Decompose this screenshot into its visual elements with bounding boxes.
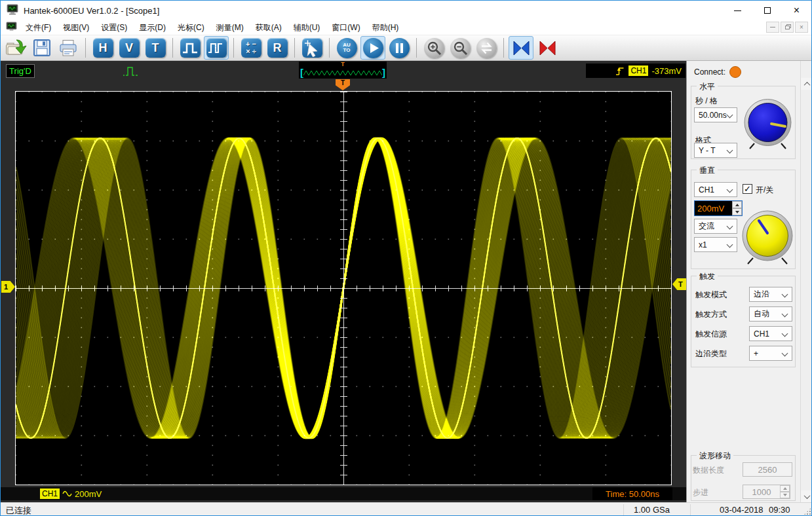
- channel-select[interactable]: CH1: [694, 182, 737, 197]
- step-spinbox[interactable]: 1000: [743, 485, 790, 499]
- single-pulse-button[interactable]: [178, 36, 203, 60]
- overlay-red-button[interactable]: [535, 36, 560, 60]
- preview-trigger-marker[interactable]: T: [341, 62, 345, 67]
- format-select[interactable]: Y - T: [694, 143, 737, 158]
- close-button[interactable]: ×: [782, 1, 811, 20]
- sec-per-div-select[interactable]: 50.00ns: [694, 107, 737, 122]
- trigger-source-select[interactable]: CH1: [749, 326, 792, 341]
- horizontal-panel-button[interactable]: H: [90, 36, 115, 60]
- trigger-panel-button[interactable]: T: [143, 36, 168, 60]
- pulse-icon: [181, 39, 199, 57]
- open-button[interactable]: [3, 36, 28, 60]
- channel1-badge: CH1: [40, 488, 60, 499]
- trigger-sweep-label: 触发方式: [695, 309, 727, 320]
- trigger-level-marker[interactable]: T: [672, 278, 686, 290]
- menu-display[interactable]: 显示(D): [133, 20, 172, 35]
- reference-button[interactable]: R: [265, 36, 290, 60]
- acquire-pulse-icon: [123, 64, 142, 81]
- chevron-down-icon: [782, 331, 788, 337]
- menu-measure[interactable]: 测量(M): [210, 20, 250, 35]
- trigger-mode-select[interactable]: 边沿: [749, 287, 792, 302]
- channel1-level-marker[interactable]: 1: [1, 281, 15, 293]
- toolbar-separator: [172, 38, 173, 58]
- preview-right-bracket[interactable]: ]: [382, 68, 385, 77]
- swap-button[interactable]: [474, 36, 499, 60]
- menu-view[interactable]: 视图(V): [57, 20, 95, 35]
- resize-grip[interactable]: [803, 507, 811, 515]
- blue-bowtie-icon: [511, 39, 532, 57]
- red-bowtie-icon: [537, 39, 558, 57]
- mdi-minimize-button[interactable]: [766, 22, 779, 33]
- data-length-label: 数据长度: [693, 465, 724, 476]
- minimize-button[interactable]: [723, 1, 752, 20]
- overlay-blue-button[interactable]: [509, 36, 533, 60]
- scope-info-bar: Trig'D T [ ] CH1 -373mV: [1, 61, 686, 81]
- zoom-in-button[interactable]: [421, 36, 446, 60]
- horizontal-knob[interactable]: [741, 97, 795, 153]
- t-label: T: [152, 41, 159, 55]
- maximize-button[interactable]: [752, 1, 782, 20]
- pause-icon: [389, 38, 410, 58]
- menu-window[interactable]: 窗口(W): [326, 20, 366, 35]
- probe-select[interactable]: x1: [694, 237, 737, 252]
- up-arrow-icon: [735, 204, 739, 206]
- chevron-up-icon: [803, 81, 810, 88]
- volts-per-div-value: 200mV: [75, 489, 102, 499]
- mdi-close-button[interactable]: ×: [795, 22, 808, 33]
- waveform-preview[interactable]: T [ ]: [299, 62, 387, 79]
- vertical-knob[interactable]: [739, 208, 796, 268]
- statusbar-separator: [690, 504, 691, 515]
- scroll-down-button[interactable]: [801, 490, 812, 502]
- math-button[interactable]: + −× ÷: [239, 36, 263, 60]
- math-mul-div: × ÷: [246, 48, 256, 55]
- vertical-panel-button[interactable]: V: [117, 36, 142, 60]
- maximize-icon: [764, 7, 771, 14]
- step-up-button[interactable]: [780, 485, 790, 492]
- channel-on-off-checkbox[interactable]: ✓: [743, 184, 752, 194]
- trigger-group: 触发 触发模式 边沿 触发方式 自动 触发信源 CH1 边沿类型 +: [691, 276, 796, 367]
- menu-file[interactable]: 文件(F): [20, 20, 57, 35]
- menu-settings[interactable]: 设置(S): [95, 20, 133, 35]
- connect-label: Connect:: [694, 67, 725, 77]
- menu-utility[interactable]: 辅助(U): [288, 20, 326, 35]
- cursor-tool-button[interactable]: [300, 36, 324, 60]
- run-button[interactable]: [360, 36, 385, 60]
- connect-status-icon: [729, 66, 741, 78]
- v-label: V: [125, 41, 133, 55]
- save-button[interactable]: [29, 36, 54, 60]
- trigger-sweep-select[interactable]: 自动: [749, 306, 792, 322]
- chevron-down-icon: [727, 147, 733, 154]
- scope-display[interactable]: [15, 91, 672, 485]
- menu-help[interactable]: 帮助(H): [366, 20, 405, 35]
- data-length-input[interactable]: 2560: [743, 462, 792, 477]
- on-off-label: 开/关: [756, 185, 773, 196]
- panel-scrollbar[interactable]: [800, 61, 812, 502]
- waveform-canvas[interactable]: [16, 92, 671, 485]
- print-button[interactable]: [56, 36, 81, 60]
- close-icon: ×: [794, 5, 800, 16]
- statusbar-separator: [623, 504, 624, 515]
- ac-coupling-icon: [62, 490, 72, 497]
- pulse-train-button[interactable]: [204, 36, 229, 60]
- step-down-button[interactable]: [780, 492, 790, 498]
- menu-acquire[interactable]: 获取(A): [250, 20, 288, 35]
- coupling-select[interactable]: 交流: [694, 219, 737, 234]
- checkmark-icon: ✓: [744, 184, 751, 194]
- scroll-up-button[interactable]: [801, 78, 812, 90]
- zoom-out-button[interactable]: [448, 36, 473, 60]
- trigger-position-marker[interactable]: T: [336, 79, 350, 90]
- pause-button[interactable]: [387, 36, 412, 60]
- r-label: R: [273, 41, 282, 55]
- toolbar-separator: [416, 38, 417, 58]
- toolbar: H V T + −× ÷ R AUTO: [1, 35, 811, 61]
- volts-per-div-spinbox[interactable]: 200mV: [694, 200, 743, 216]
- sec-per-div-label: 秒 / 格: [695, 96, 718, 107]
- chevron-down-icon: [803, 492, 810, 499]
- mdi-restore-button[interactable]: [781, 22, 794, 33]
- preview-wave-icon: [303, 69, 382, 77]
- menu-cursor[interactable]: 光标(C): [172, 20, 210, 35]
- spin-up-button[interactable]: [732, 201, 742, 208]
- autoset-button[interactable]: AUTO: [334, 36, 359, 60]
- play-icon: [363, 38, 383, 58]
- edge-type-select[interactable]: +: [749, 346, 792, 361]
